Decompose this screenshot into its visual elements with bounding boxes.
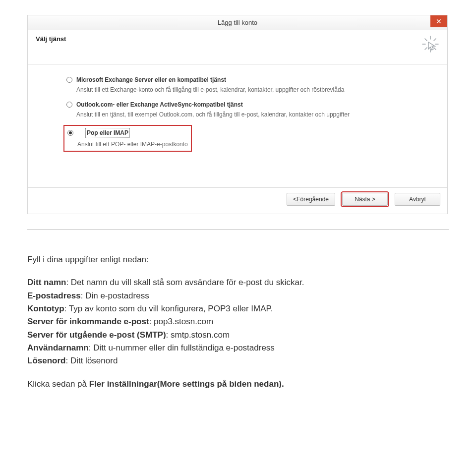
option-exchange[interactable]: Microsoft Exchange Server eller en kompa… bbox=[66, 75, 413, 94]
dialog-title: Lägg till konto bbox=[218, 19, 257, 26]
svg-line-6 bbox=[434, 39, 436, 41]
option-description: Anslut till ett Exchange-konto och få ti… bbox=[76, 85, 413, 94]
option-label: Microsoft Exchange Server eller en kompa… bbox=[76, 75, 226, 84]
radio-icon[interactable] bbox=[66, 102, 72, 108]
close-button[interactable]: ✕ bbox=[430, 15, 447, 27]
instructions-block: Ditt namn: Det namn du vill skall stå so… bbox=[27, 276, 449, 367]
option-label: Outlook.com- eller Exchange ActiveSync-k… bbox=[76, 100, 243, 109]
option-description: Anslut till ett POP- eller IMAP-e-postko… bbox=[77, 140, 188, 149]
dialog-footer: < Föregående Nästa > Avbryt bbox=[28, 187, 447, 214]
option-label: Pop eller IMAP bbox=[85, 128, 130, 138]
svg-line-5 bbox=[434, 48, 436, 50]
cursor-sparkle-icon bbox=[421, 35, 439, 53]
option-pop-imap[interactable]: Pop eller IMAP Anslut till ett POP- elle… bbox=[66, 125, 413, 152]
option-description: Anslut till en tjänst, till exempel Outl… bbox=[76, 110, 413, 119]
cancel-button[interactable]: Avbryt bbox=[395, 193, 440, 206]
instructions-footer: Klicka sedan på Fler inställningar(More … bbox=[27, 378, 449, 391]
service-options: Microsoft Exchange Server eller en kompa… bbox=[28, 64, 447, 187]
instructions-intro: Fyll i dina uppgifter enligt nedan: bbox=[27, 253, 449, 266]
divider bbox=[27, 229, 449, 230]
instructions-text: Fyll i dina uppgifter enligt nedan: Ditt… bbox=[27, 253, 449, 391]
radio-icon[interactable] bbox=[67, 130, 73, 136]
svg-line-7 bbox=[425, 48, 427, 50]
dialog-heading: Välj tjänst bbox=[36, 35, 66, 43]
option-activesync[interactable]: Outlook.com- eller Exchange ActiveSync-k… bbox=[66, 100, 413, 119]
add-account-dialog: Lägg till konto ✕ Välj tjänst bbox=[27, 15, 448, 214]
highlight-box: Pop eller IMAP Anslut till ett POP- elle… bbox=[63, 125, 192, 152]
close-icon: ✕ bbox=[436, 18, 442, 25]
back-button[interactable]: < Föregående bbox=[287, 193, 335, 206]
radio-icon[interactable] bbox=[66, 77, 72, 83]
next-button[interactable]: Nästa > bbox=[342, 193, 388, 206]
dialog-header: Välj tjänst bbox=[28, 30, 447, 64]
dialog-titlebar: Lägg till konto ✕ bbox=[28, 15, 447, 30]
svg-line-4 bbox=[425, 39, 427, 41]
